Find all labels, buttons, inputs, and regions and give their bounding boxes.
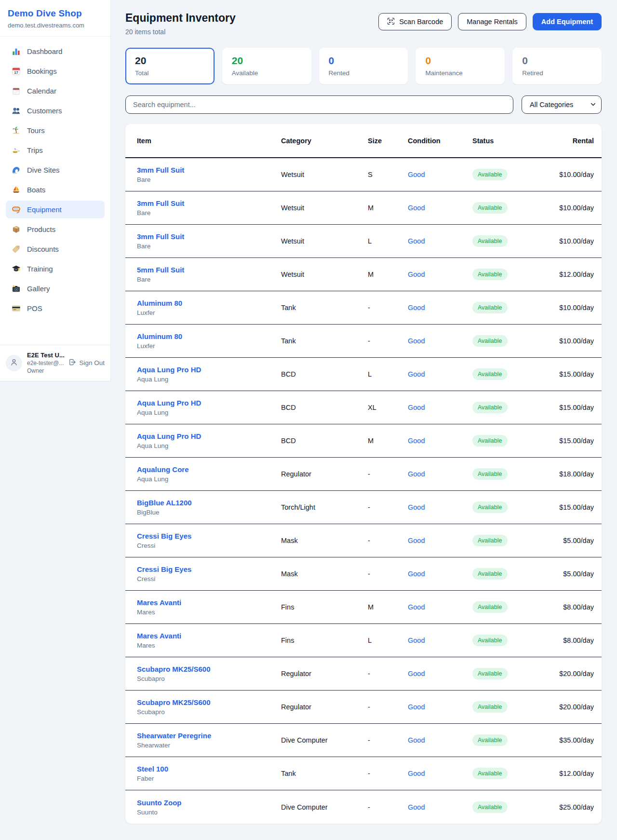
item-brand: Mares [137, 642, 281, 649]
avatar [6, 355, 22, 371]
sidebar-item-customers[interactable]: Customers [6, 102, 105, 120]
stat-label: Rented [329, 69, 399, 77]
table-row: Aluminum 80 Luxfer Tank - Good Available… [125, 291, 602, 325]
diving-mask-icon [12, 205, 21, 214]
sidebar-item-trips[interactable]: Trips [6, 141, 105, 159]
sidebar-item-dive-sites[interactable]: Dive Sites [6, 161, 105, 179]
col-header-status: Status [472, 137, 550, 145]
table-row: Aluminum 80 Luxfer Tank - Good Available… [125, 325, 602, 358]
item-name-link[interactable]: Aqualung Core [137, 465, 189, 474]
sidebar-item-bookings[interactable]: 17Bookings [6, 62, 105, 80]
stat-card-total[interactable]: 20Total [125, 48, 215, 84]
sidebar-item-boats[interactable]: Boats [6, 181, 105, 199]
item-name-link[interactable]: Cressi Big Eyes [137, 565, 191, 573]
sign-out-button[interactable]: Sign Out [68, 358, 105, 367]
rental-rate-cell: $5.00/day [550, 570, 594, 578]
item-name-link[interactable]: Mares Avanti [137, 632, 181, 640]
rental-rate-cell: $5.00/day [550, 537, 594, 544]
sidebar-item-tours[interactable]: Tours [6, 122, 105, 139]
stat-card-available[interactable]: 20Available [222, 48, 311, 84]
rental-rate-cell: $15.00/day [550, 503, 594, 511]
item-name-link[interactable]: Shearwater Peregrine [137, 732, 211, 740]
item-name-link[interactable]: Aqua Lung Pro HD [137, 432, 201, 440]
stat-value: 20 [135, 55, 205, 67]
status-badge: Available [472, 635, 508, 646]
sidebar-item-label: Tours [27, 126, 45, 135]
sidebar-item-label: Calendar [27, 87, 56, 95]
status-badge: Available [472, 734, 508, 746]
item-name-link[interactable]: Aqua Lung Pro HD [137, 366, 201, 374]
status-badge: Available [472, 535, 508, 546]
stat-card-rented[interactable]: 0Rented [319, 48, 408, 84]
item-brand: Aqua Lung [137, 376, 281, 383]
category-cell: Wetsuit [281, 271, 368, 278]
main-content: Equipment Inventory 20 items total Scan … [111, 0, 617, 824]
status-badge: Available [472, 468, 508, 480]
user-role: Owner [27, 367, 64, 374]
scan-barcode-button[interactable]: Scan Barcode [378, 13, 452, 30]
stat-card-retired[interactable]: 0Retired [512, 48, 602, 84]
condition-cell: Good [408, 470, 472, 478]
sidebar-item-products[interactable]: Products [6, 220, 105, 238]
sidebar-item-gallery[interactable]: Gallery [6, 280, 105, 298]
col-header-rental: Rental [550, 137, 594, 145]
item-name-link[interactable]: 5mm Full Suit [137, 266, 184, 274]
category-cell: Dive Computer [281, 736, 368, 744]
size-cell: M [368, 204, 408, 212]
item-name-link[interactable]: Scubapro MK25/S600 [137, 665, 211, 673]
credit-card-icon [12, 304, 21, 313]
category-select[interactable]: All Categories [522, 95, 602, 114]
item-name-link[interactable]: Cressi Big Eyes [137, 532, 191, 540]
shop-brand: Demo Dive Shop [8, 8, 103, 19]
sidebar-item-equipment[interactable]: Equipment [6, 201, 105, 218]
add-equipment-button[interactable]: Add Equipment [533, 13, 602, 30]
condition-cell: Good [408, 603, 472, 611]
sidebar-item-training[interactable]: Training [6, 260, 105, 278]
page-header: Equipment Inventory 20 items total Scan … [125, 12, 602, 36]
status-badge: Available [472, 701, 508, 713]
manage-rentals-button[interactable]: Manage Rentals [458, 13, 526, 30]
sidebar-item-discounts[interactable]: Discounts [6, 240, 105, 258]
sidebar-item-pos[interactable]: POS [6, 299, 105, 317]
item-name-link[interactable]: Aluminum 80 [137, 332, 182, 340]
rental-rate-cell: $35.00/day [550, 736, 594, 744]
item-name-link[interactable]: Aluminum 80 [137, 299, 182, 307]
items-total-count: 20 items total [125, 28, 236, 36]
wave-icon [12, 165, 21, 175]
rental-rate-cell: $8.00/day [550, 637, 594, 644]
sidebar-item-dashboard[interactable]: Dashboard [6, 42, 105, 60]
item-brand: BigBlue [137, 509, 281, 516]
sidebar-header: Demo Dive Shop demo.test.divestreams.com [0, 0, 110, 37]
table-body: 3mm Full Suit Bare Wetsuit S Good Availa… [125, 158, 602, 824]
user-name: E2E Test U... [27, 352, 64, 359]
table-row: Mares Avanti Mares Fins M Good Available… [125, 591, 602, 624]
item-name-link[interactable]: BigBlue AL1200 [137, 499, 192, 507]
sidebar-item-label: Products [27, 225, 55, 233]
item-name-link[interactable]: Steel 100 [137, 765, 168, 773]
item-name-link[interactable]: Scubapro MK25/S600 [137, 698, 211, 706]
stat-card-maintenance[interactable]: 0Maintenance [416, 48, 505, 84]
page-title: Equipment Inventory [125, 12, 236, 25]
size-cell: - [368, 337, 408, 345]
item-brand: Bare [137, 243, 281, 250]
condition-cell: Good [408, 570, 472, 578]
item-name-link[interactable]: Suunto Zoop [137, 799, 181, 807]
rental-rate-cell: $25.00/day [550, 803, 594, 811]
item-name-link[interactable]: Aqua Lung Pro HD [137, 399, 201, 407]
rental-rate-cell: $10.00/day [550, 171, 594, 178]
user-section: E2E Test U... e2e-tester@... Owner Sign … [0, 345, 110, 381]
sidebar-item-calendar[interactable]: Calendar [6, 82, 105, 100]
table-row: Shearwater Peregrine Shearwater Dive Com… [125, 724, 602, 757]
user-email: e2e-tester@... [27, 360, 64, 366]
stat-value: 0 [425, 55, 495, 67]
item-name-link[interactable]: Mares Avanti [137, 598, 181, 607]
item-name-link[interactable]: 3mm Full Suit [137, 199, 184, 207]
condition-cell: Good [408, 370, 472, 378]
search-input[interactable] [125, 95, 513, 114]
item-name-link[interactable]: 3mm Full Suit [137, 166, 184, 174]
item-name-link[interactable]: 3mm Full Suit [137, 232, 184, 241]
table-row: Scubapro MK25/S600 Scubapro Regulator - … [125, 657, 602, 691]
island-icon [12, 126, 21, 135]
status-badge: Available [472, 368, 508, 380]
rental-rate-cell: $20.00/day [550, 703, 594, 711]
